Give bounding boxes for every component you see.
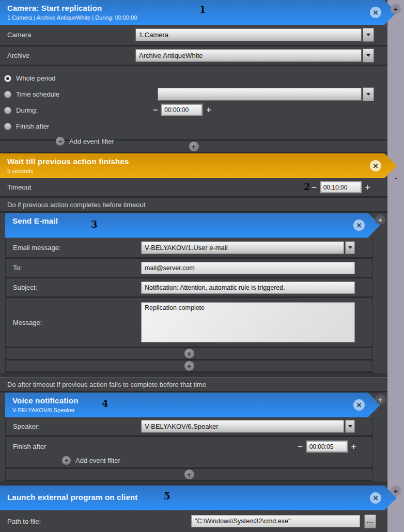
speck	[395, 178, 397, 179]
voice-block: + Voice notification V-BELYAKOV/6.Speake…	[5, 393, 373, 481]
timeout-input[interactable]	[320, 181, 362, 193]
minus-icon[interactable]: −	[312, 183, 316, 192]
add-button[interactable]: +	[184, 349, 194, 358]
during-time-input[interactable]	[161, 104, 203, 116]
whole-period-label: Whole period	[16, 74, 56, 82]
timeout-label: Timeout	[7, 183, 31, 191]
finish-after-row: Finish after − + + Add event filter	[5, 437, 373, 469]
camera-block-header[interactable]: Camera: Start replication 1.Camera | Arc…	[0, 0, 397, 25]
time-schedule-select-value[interactable]	[158, 88, 362, 101]
archive-select-value[interactable]: Archive AntiqueWhite	[135, 49, 362, 62]
camera-select-value[interactable]: 1.Camera	[135, 28, 362, 41]
archive-row: Archive Archive AntiqueWhite	[0, 46, 387, 66]
branch-fail-label: Do after timeout if previous action fail…	[0, 377, 387, 393]
finish-after-spinner: − +	[298, 441, 356, 452]
time-schedule-select[interactable]	[158, 87, 374, 101]
add-action-button[interactable]: +	[391, 486, 401, 496]
time-schedule-label: Time schedule	[16, 90, 59, 98]
email-message-row: Email message: V-BELYAKOV/1.User e-mail	[5, 238, 373, 259]
close-icon[interactable]: ✕	[353, 399, 365, 411]
speaker-label: Speaker:	[13, 423, 141, 430]
plus-icon[interactable]: +	[206, 106, 211, 114]
plus-icon[interactable]: +	[351, 443, 356, 451]
message-row: Message: Replication complete	[5, 298, 373, 348]
radio-icon[interactable]	[4, 107, 11, 114]
speaker-row: Speaker: V-BELYAKOV/6.Speaker	[5, 417, 373, 437]
add-action-button[interactable]: +	[184, 361, 194, 371]
subject-label: Subject:	[13, 284, 141, 291]
annotation-5: 5	[164, 491, 170, 502]
plus-icon[interactable]: +	[62, 456, 71, 465]
email-message-select[interactable]: V-BELYAKOV/1.User e-mail	[141, 241, 355, 254]
radio-icon[interactable]	[4, 91, 11, 98]
voice-block-title: Voice notification	[12, 396, 349, 405]
divider	[0, 373, 387, 377]
finish-after-label: Finish after	[16, 122, 49, 130]
add-action-button[interactable]: +	[184, 470, 194, 479]
add-action-button[interactable]: +	[391, 4, 401, 14]
finish-after-option[interactable]: Finish after	[4, 118, 387, 134]
add-event-filter[interactable]: + Add event filter	[4, 134, 387, 148]
whole-period-option[interactable]: Whole period	[4, 70, 387, 86]
email-message-select-button[interactable]	[345, 241, 355, 254]
time-schedule-select-button[interactable]	[363, 87, 374, 101]
voice-block-header[interactable]: Voice notification V-BELYAKOV/6.Speaker …	[5, 393, 380, 417]
launch-block-header[interactable]: Launch external program on client ✕	[0, 486, 397, 510]
email-message-select-value[interactable]: V-BELYAKOV/1.User e-mail	[141, 241, 344, 254]
minus-icon[interactable]: −	[298, 443, 302, 451]
plus-icon[interactable]: +	[56, 137, 65, 146]
close-icon[interactable]: ✕	[370, 7, 381, 18]
minus-icon[interactable]: −	[153, 106, 158, 114]
radio-icon[interactable]	[4, 123, 11, 130]
speaker-select[interactable]: V-BELYAKOV/6.Speaker	[141, 420, 355, 433]
rule-editor-screen: Camera: Start replication 1.Camera | Arc…	[0, 0, 404, 532]
annotation-3: 3	[91, 219, 98, 230]
add-row: +	[5, 348, 373, 361]
speaker-select-button[interactable]	[345, 420, 355, 433]
camera-row: Camera 1.Camera	[0, 25, 387, 46]
browse-button[interactable]: ...	[364, 514, 376, 528]
to-input[interactable]	[141, 262, 355, 274]
archive-select[interactable]: Archive AntiqueWhite	[135, 49, 374, 62]
dropdown-arrow-icon	[366, 93, 370, 96]
plus-icon[interactable]: +	[365, 183, 370, 192]
close-icon[interactable]: ✕	[370, 160, 381, 171]
add-action-row: +	[5, 361, 373, 373]
add-event-filter-label: Add event filter	[75, 457, 120, 464]
dropdown-arrow-icon	[366, 34, 370, 36]
archive-select-button[interactable]	[363, 49, 374, 62]
add-event-filter[interactable]: + Add event filter	[13, 453, 372, 467]
wait-block-header[interactable]: Wait till previous action finishes 5 sec…	[0, 153, 397, 178]
path-input[interactable]	[191, 515, 360, 527]
add-event-filter-label: Add event filter	[69, 137, 114, 145]
finish-after-input[interactable]	[306, 441, 348, 452]
speaker-select-value[interactable]: V-BELYAKOV/6.Speaker	[141, 420, 344, 433]
camera-block-title: Camera: Start replication	[7, 4, 366, 12]
subject-input[interactable]	[141, 281, 355, 294]
add-action-button[interactable]: +	[375, 394, 385, 404]
during-time-spinner: − +	[153, 104, 211, 116]
finish-after-label: Finish after	[13, 443, 46, 450]
close-icon[interactable]: ✕	[353, 220, 365, 231]
path-row: Path to file: ...	[0, 510, 387, 532]
timeout-row: Timeout − +	[0, 178, 387, 198]
subject-row: Subject:	[5, 278, 373, 298]
add-action-button[interactable]: +	[375, 214, 385, 225]
camera-select[interactable]: 1.Camera	[135, 28, 374, 42]
camera-select-button[interactable]	[363, 28, 374, 42]
email-block-header[interactable]: Send E-mail ✕	[5, 213, 380, 238]
radio-selected-icon[interactable]	[4, 75, 11, 82]
annotation-1: 1	[199, 4, 206, 15]
actions-column: Camera: Start replication 1.Camera | Arc…	[0, 0, 387, 532]
to-label: To:	[13, 264, 141, 272]
email-block: + Send E-mail ✕ Email message: V-BELYAKO…	[5, 213, 373, 373]
dropdown-arrow-icon	[366, 54, 370, 57]
message-textarea[interactable]: Replication complete	[141, 302, 355, 342]
voice-block-subtitle: V-BELYAKOV/6.Speaker	[12, 407, 349, 413]
close-icon[interactable]: ✕	[370, 492, 381, 504]
wait-block-subtitle: 5 seconds	[7, 168, 366, 174]
camera-label: Camera	[7, 31, 135, 39]
period-options-group: Whole period Time schedule During: Finis…	[0, 66, 387, 141]
during-label: During:	[16, 106, 38, 114]
email-message-label: Email message:	[13, 244, 141, 252]
